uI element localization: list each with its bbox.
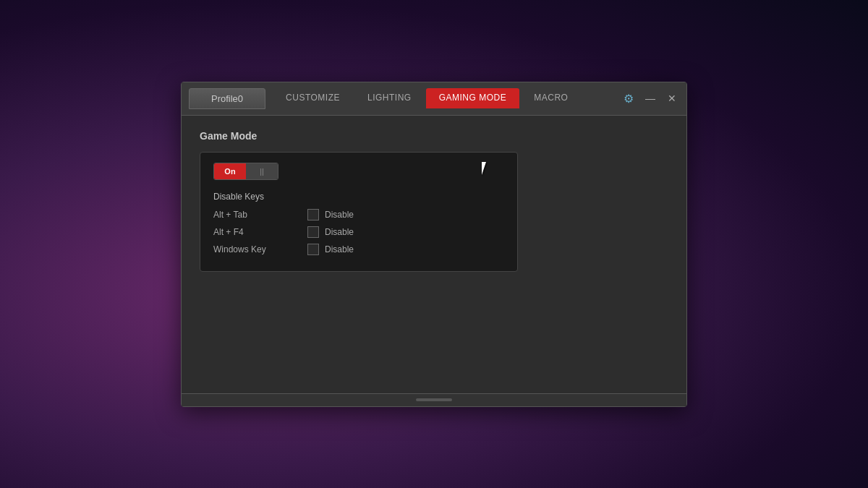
key-name-alt-tab: Alt + Tab <box>213 210 307 220</box>
tab-macro[interactable]: MACRO <box>521 88 581 108</box>
section-title: Game Mode <box>200 130 668 142</box>
minimize-icon: — <box>645 93 655 104</box>
minimize-button[interactable]: — <box>643 91 658 106</box>
window-controls: ⚙ — ✕ <box>621 91 679 106</box>
checkbox-alt-tab[interactable] <box>307 209 319 221</box>
tab-gaming-mode[interactable]: GAMING MODE <box>426 88 520 108</box>
gear-icon: ⚙ <box>624 92 634 106</box>
toggle-switch[interactable]: On || <box>213 163 278 180</box>
settings-button[interactable]: ⚙ <box>621 91 636 106</box>
disable-label-windows-key: Disable <box>325 244 354 254</box>
profile-name: Profile0 <box>211 93 243 104</box>
key-name-windows-key: Windows Key <box>213 244 307 254</box>
profile-tab[interactable]: Profile0 <box>189 88 265 109</box>
key-row-alt-f4: Alt + F4 Disable <box>213 226 504 238</box>
close-icon: ✕ <box>668 93 676 104</box>
content-area: Game Mode On || Disable Keys Alt + Tab <box>182 116 686 393</box>
app-window: Profile0 CUSTOMIZE LIGHTING GAMING MODE … <box>181 82 687 407</box>
toggle-on[interactable]: On <box>214 163 246 179</box>
nav-tabs: CUSTOMIZE LIGHTING GAMING MODE MACRO <box>273 88 621 108</box>
checkbox-windows-key[interactable] <box>307 244 319 255</box>
close-button[interactable]: ✕ <box>665 91 679 106</box>
disable-label-alt-f4: Disable <box>325 227 354 237</box>
key-row-alt-tab: Alt + Tab Disable <box>213 209 504 221</box>
checkbox-alt-f4[interactable] <box>307 226 319 238</box>
tab-customize[interactable]: CUSTOMIZE <box>273 88 353 108</box>
bottom-bar <box>182 393 686 406</box>
game-mode-box: On || Disable Keys Alt + Tab Disable Alt… <box>200 152 518 272</box>
disable-keys-label: Disable Keys <box>213 192 504 202</box>
disable-label-alt-tab: Disable <box>325 210 354 220</box>
bottom-indicator <box>416 398 452 401</box>
title-bar: Profile0 CUSTOMIZE LIGHTING GAMING MODE … <box>182 82 686 116</box>
toggle-off[interactable]: || <box>246 163 278 179</box>
tab-lighting[interactable]: LIGHTING <box>354 88 425 108</box>
key-row-windows-key: Windows Key Disable <box>213 244 504 255</box>
toggle-row: On || <box>213 163 504 180</box>
key-name-alt-f4: Alt + F4 <box>213 227 307 237</box>
